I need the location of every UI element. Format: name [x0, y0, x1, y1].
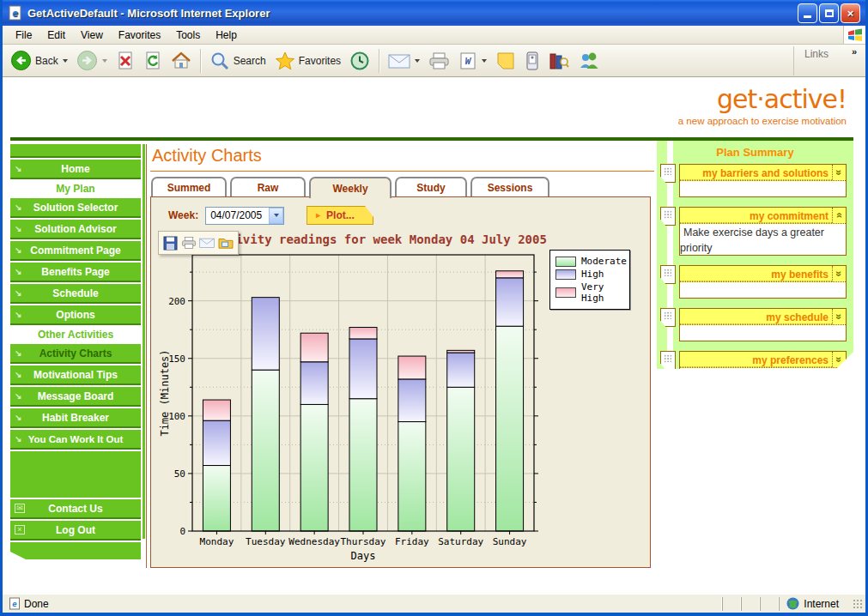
home-button[interactable] [167, 48, 196, 74]
my-pictures-folder-icon[interactable] [218, 236, 234, 250]
drag-grip-icon[interactable] [660, 207, 676, 226]
mail-dropdown-caret[interactable] [415, 59, 420, 63]
svg-text:Thursday: Thursday [341, 536, 386, 547]
svg-text:*: * [531, 56, 535, 63]
svg-text:200: 200 [168, 296, 185, 307]
legend-label: High [581, 269, 604, 280]
links-overflow-chevron[interactable]: » [852, 46, 857, 57]
sidebar-item-label: Contact Us [48, 503, 102, 515]
plan-item-header[interactable]: my preferences » [680, 352, 846, 368]
plan-item-label: my benefits [680, 269, 832, 281]
sidebar-item-message-board[interactable]: ↘ Message Board [10, 387, 141, 407]
refresh-icon [143, 51, 162, 71]
back-dropdown-caret[interactable] [63, 59, 68, 63]
tab-sessions[interactable]: Sessions [470, 177, 549, 196]
back-button[interactable]: Back [6, 47, 72, 74]
sidebar-item-schedule[interactable]: ↘ Schedule [10, 284, 141, 304]
plan-item-header[interactable]: my benefits » [680, 266, 846, 282]
plot-button[interactable]: ► Plot... [307, 206, 373, 225]
plan-item-label: my commitment [680, 210, 832, 223]
email-image-icon[interactable] [199, 237, 215, 249]
mail-button[interactable] [384, 50, 424, 72]
svg-text:Sunday: Sunday [493, 536, 527, 547]
sidebar-item-label: Activity Charts [39, 347, 112, 359]
plan-item-label: my schedule [680, 311, 832, 324]
plan-item-body [680, 183, 687, 196]
sidebar-tool-button[interactable]: * [520, 48, 544, 74]
edit-word-button[interactable]: W [454, 49, 491, 73]
search-button[interactable]: Search [205, 48, 270, 74]
resize-grip[interactable] [853, 599, 863, 609]
sidebar-item-contact-us[interactable]: ✉ Contact Us [10, 499, 141, 519]
sidebar-top-bar [10, 144, 141, 158]
chevron-up-icon[interactable]: » [834, 213, 846, 219]
links-bar[interactable]: Links » [793, 46, 862, 75]
minimize-button[interactable] [798, 3, 817, 23]
chevron-down-icon[interactable]: » [834, 170, 846, 176]
header-divider [10, 137, 853, 141]
chevron-down-icon[interactable]: » [834, 271, 846, 277]
tab-bar: Summed Raw Weekly Study Sessions [151, 177, 654, 196]
sidebar-item-benefits-page[interactable]: ↘ Benefits Page [10, 263, 141, 282]
sidebar-item-label: You Can Work It Out [28, 434, 124, 444]
svg-text:Wednesday: Wednesday [288, 536, 340, 547]
menu-edit[interactable]: Edit [39, 27, 73, 43]
menu-view[interactable]: View [73, 27, 111, 43]
sidebar-item-commitment-page[interactable]: ↘ Commitment Page [10, 241, 141, 261]
history-button[interactable] [345, 48, 374, 74]
drag-grip-icon[interactable] [660, 265, 676, 284]
menu-favorites[interactable]: Favorites [111, 27, 168, 43]
title-bar[interactable]: e GetActiveDefault - Microsoft Internet … [3, 0, 865, 26]
tab-raw[interactable]: Raw [230, 177, 306, 196]
drag-grip-icon[interactable] [660, 351, 676, 370]
plan-item-header[interactable]: my barriers and solutions » [680, 165, 846, 181]
drag-grip-icon[interactable] [660, 308, 676, 327]
sidebar-item-log-out[interactable]: × Log Out [10, 521, 141, 541]
sidebar-item-activity-charts[interactable]: ↘ Activity Charts [10, 344, 141, 364]
plan-item-body [680, 370, 687, 383]
print-image-icon[interactable] [181, 236, 197, 250]
sidebar-item-habit-breaker[interactable]: ↘ Habit Breaker [10, 408, 141, 428]
menu-help[interactable]: Help [208, 27, 245, 43]
week-dropdown[interactable]: 04/07/2005 [205, 207, 284, 225]
research-button[interactable] [544, 48, 574, 74]
sidebar-item-options[interactable]: ↘ Options [10, 305, 141, 325]
save-image-icon[interactable] [163, 236, 178, 251]
logout-icon: × [15, 525, 25, 534]
tab-study[interactable]: Study [395, 177, 467, 196]
menu-tools[interactable]: Tools [168, 27, 208, 43]
sidebar-item-solution-advisor[interactable]: ↘ Solution Advisor [10, 220, 141, 239]
drag-grip-icon[interactable] [660, 164, 676, 183]
tab-weekly[interactable]: Weekly [309, 177, 392, 198]
chevron-down-icon[interactable]: » [834, 357, 846, 363]
edit-dropdown-caret[interactable] [482, 59, 487, 63]
page-content: get·active! a new approach to exercise m… [3, 77, 865, 594]
sidebar-item-label: Motivational Tips [33, 369, 118, 381]
status-pane [741, 597, 760, 611]
maximize-button[interactable] [819, 3, 839, 23]
plan-item-label: my barriers and solutions [680, 167, 832, 180]
sidebar-item-label: Home [61, 163, 89, 175]
plot-triangle-icon: ► [314, 211, 322, 220]
forward-dropdown-caret[interactable] [102, 59, 107, 63]
discuss-note-icon [495, 51, 516, 71]
sidebar-item-solution-selector[interactable]: ↘ Solution Selector [10, 198, 141, 218]
sidebar-item-motivational-tips[interactable]: ↘ Motivational Tips [10, 365, 141, 385]
forward-button[interactable] [72, 47, 112, 74]
stop-button[interactable] [112, 48, 139, 74]
favorites-button[interactable]: Favorites [270, 48, 345, 74]
chevron-down-icon[interactable]: » [834, 314, 846, 320]
arrow-icon: ↘ [15, 348, 21, 358]
menu-file[interactable]: File [8, 27, 39, 43]
close-button[interactable]: × [841, 3, 860, 23]
plan-item-header[interactable]: my schedule » [680, 309, 846, 325]
tab-summed[interactable]: Summed [151, 177, 227, 196]
dropdown-arrow-button[interactable] [269, 208, 283, 224]
sidebar-item-home[interactable]: ↘ Home [10, 160, 141, 179]
sidebar-item-you-can-work-it-out[interactable]: ↘ You Can Work It Out [10, 430, 141, 450]
print-button[interactable] [424, 49, 454, 73]
plan-item-header[interactable]: my commitment » [680, 208, 846, 224]
discuss-button[interactable] [491, 48, 520, 74]
refresh-button[interactable] [139, 48, 167, 74]
messenger-button[interactable] [574, 48, 604, 74]
